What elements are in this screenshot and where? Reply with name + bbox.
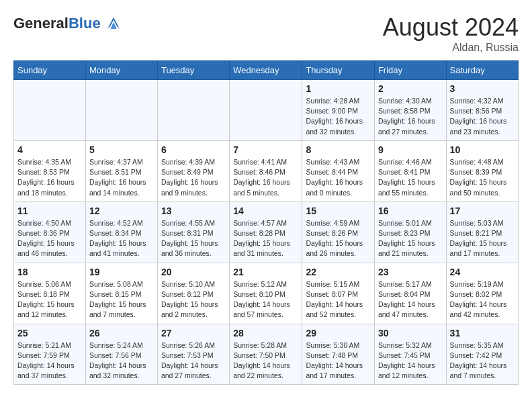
day-number: 1 (306, 83, 370, 94)
day-number: 6 (161, 144, 226, 155)
day-info: Sunrise: 4:55 AM Sunset: 8:31 PM Dayligh… (161, 218, 226, 259)
calendar-week-row: 4Sunrise: 4:35 AM Sunset: 8:53 PM Daylig… (14, 140, 519, 201)
calendar-week-row: 18Sunrise: 5:06 AM Sunset: 8:18 PM Dayli… (14, 263, 519, 324)
logo-text: GeneralBlue (13, 15, 101, 32)
day-number: 14 (233, 205, 298, 216)
calendar-cell: 25Sunrise: 5:21 AM Sunset: 7:59 PM Dayli… (14, 324, 86, 385)
weekday-header-tuesday: Tuesday (157, 61, 229, 80)
calendar-cell: 31Sunrise: 5:35 AM Sunset: 7:42 PM Dayli… (446, 324, 518, 385)
calendar-table: SundayMondayTuesdayWednesdayThursdayFrid… (13, 60, 519, 385)
calendar-cell: 4Sunrise: 4:35 AM Sunset: 8:53 PM Daylig… (14, 140, 86, 201)
calendar-cell: 6Sunrise: 4:39 AM Sunset: 8:49 PM Daylig… (157, 140, 229, 201)
calendar-cell: 14Sunrise: 4:57 AM Sunset: 8:28 PM Dayli… (230, 201, 302, 263)
day-info: Sunrise: 5:21 AM Sunset: 7:59 PM Dayligh… (17, 340, 82, 381)
location-text: Aldan, Russia (383, 42, 519, 54)
logo-icon (103, 13, 124, 34)
calendar-week-row: 11Sunrise: 4:50 AM Sunset: 8:36 PM Dayli… (14, 201, 519, 263)
calendar-cell: 22Sunrise: 5:15 AM Sunset: 8:07 PM Dayli… (302, 263, 374, 324)
calendar-cell: 30Sunrise: 5:32 AM Sunset: 7:45 PM Dayli… (374, 324, 446, 385)
day-info: Sunrise: 5:08 AM Sunset: 8:15 PM Dayligh… (89, 279, 154, 320)
day-info: Sunrise: 4:57 AM Sunset: 8:28 PM Dayligh… (233, 218, 298, 259)
title-block: August 2024 Aldan, Russia (383, 13, 519, 54)
day-info: Sunrise: 4:30 AM Sunset: 8:58 PM Dayligh… (378, 96, 443, 137)
month-year-title: August 2024 (383, 13, 519, 42)
calendar-cell: 9Sunrise: 4:46 AM Sunset: 8:41 PM Daylig… (374, 140, 446, 201)
day-number: 4 (17, 144, 82, 155)
day-number: 18 (17, 267, 82, 277)
day-number: 3 (450, 83, 515, 94)
day-number: 21 (233, 267, 298, 277)
day-info: Sunrise: 5:03 AM Sunset: 8:21 PM Dayligh… (450, 218, 515, 259)
calendar-cell (157, 80, 229, 141)
day-number: 5 (89, 144, 154, 155)
day-info: Sunrise: 4:48 AM Sunset: 8:39 PM Dayligh… (450, 157, 515, 198)
day-info: Sunrise: 5:17 AM Sunset: 8:04 PM Dayligh… (378, 279, 443, 320)
day-number: 30 (378, 328, 443, 338)
calendar-cell: 27Sunrise: 5:26 AM Sunset: 7:53 PM Dayli… (157, 324, 229, 385)
day-number: 8 (306, 144, 370, 155)
weekday-header-wednesday: Wednesday (230, 61, 302, 80)
day-info: Sunrise: 4:43 AM Sunset: 8:44 PM Dayligh… (306, 157, 370, 198)
day-number: 10 (450, 144, 515, 155)
day-info: Sunrise: 4:28 AM Sunset: 9:00 PM Dayligh… (306, 96, 370, 137)
weekday-header-thursday: Thursday (302, 61, 374, 80)
day-info: Sunrise: 5:15 AM Sunset: 8:07 PM Dayligh… (306, 279, 370, 320)
day-number: 15 (306, 205, 370, 216)
day-number: 24 (450, 267, 515, 277)
calendar-cell: 1Sunrise: 4:28 AM Sunset: 9:00 PM Daylig… (302, 80, 374, 141)
day-number: 31 (450, 328, 515, 338)
day-info: Sunrise: 4:37 AM Sunset: 8:51 PM Dayligh… (89, 157, 154, 198)
day-info: Sunrise: 5:24 AM Sunset: 7:56 PM Dayligh… (89, 340, 154, 381)
day-number: 12 (89, 205, 154, 216)
day-info: Sunrise: 5:26 AM Sunset: 7:53 PM Dayligh… (161, 340, 226, 381)
calendar-cell: 13Sunrise: 4:55 AM Sunset: 8:31 PM Dayli… (157, 201, 229, 263)
day-info: Sunrise: 4:39 AM Sunset: 8:49 PM Dayligh… (161, 157, 226, 198)
day-info: Sunrise: 4:52 AM Sunset: 8:34 PM Dayligh… (89, 218, 154, 259)
day-info: Sunrise: 5:35 AM Sunset: 7:42 PM Dayligh… (450, 340, 515, 381)
calendar-cell: 15Sunrise: 4:59 AM Sunset: 8:26 PM Dayli… (302, 201, 374, 263)
weekday-header-monday: Monday (85, 61, 157, 80)
calendar-week-row: 1Sunrise: 4:28 AM Sunset: 9:00 PM Daylig… (14, 80, 519, 141)
calendar-cell: 2Sunrise: 4:30 AM Sunset: 8:58 PM Daylig… (374, 80, 446, 141)
day-info: Sunrise: 4:41 AM Sunset: 8:46 PM Dayligh… (233, 157, 298, 198)
weekday-header-saturday: Saturday (446, 61, 518, 80)
calendar-cell: 7Sunrise: 4:41 AM Sunset: 8:46 PM Daylig… (230, 140, 302, 201)
day-number: 7 (233, 144, 298, 155)
day-info: Sunrise: 5:28 AM Sunset: 7:50 PM Dayligh… (233, 340, 298, 381)
weekday-header-sunday: Sunday (14, 61, 86, 80)
day-number: 23 (378, 267, 443, 277)
day-info: Sunrise: 4:35 AM Sunset: 8:53 PM Dayligh… (17, 157, 82, 198)
calendar-cell: 12Sunrise: 4:52 AM Sunset: 8:34 PM Dayli… (85, 201, 157, 263)
day-number: 27 (161, 328, 226, 338)
day-info: Sunrise: 4:59 AM Sunset: 8:26 PM Dayligh… (306, 218, 370, 259)
day-number: 20 (161, 267, 226, 277)
day-number: 28 (233, 328, 298, 338)
day-info: Sunrise: 5:32 AM Sunset: 7:45 PM Dayligh… (378, 340, 443, 381)
calendar-cell: 8Sunrise: 4:43 AM Sunset: 8:44 PM Daylig… (302, 140, 374, 201)
calendar-cell: 20Sunrise: 5:10 AM Sunset: 8:12 PM Dayli… (157, 263, 229, 324)
calendar-cell (230, 80, 302, 141)
day-number: 17 (450, 205, 515, 216)
calendar-cell: 28Sunrise: 5:28 AM Sunset: 7:50 PM Dayli… (230, 324, 302, 385)
calendar-cell: 10Sunrise: 4:48 AM Sunset: 8:39 PM Dayli… (446, 140, 518, 201)
day-number: 11 (17, 205, 82, 216)
day-info: Sunrise: 5:30 AM Sunset: 7:48 PM Dayligh… (306, 340, 370, 381)
day-number: 26 (89, 328, 154, 338)
calendar-cell: 18Sunrise: 5:06 AM Sunset: 8:18 PM Dayli… (14, 263, 86, 324)
calendar-cell: 11Sunrise: 4:50 AM Sunset: 8:36 PM Dayli… (14, 201, 86, 263)
day-number: 22 (306, 267, 370, 277)
calendar-cell: 26Sunrise: 5:24 AM Sunset: 7:56 PM Dayli… (85, 324, 157, 385)
weekday-header-friday: Friday (374, 61, 446, 80)
calendar-cell: 17Sunrise: 5:03 AM Sunset: 8:21 PM Dayli… (446, 201, 518, 263)
day-info: Sunrise: 4:32 AM Sunset: 8:56 PM Dayligh… (450, 96, 515, 137)
calendar-cell: 3Sunrise: 4:32 AM Sunset: 8:56 PM Daylig… (446, 80, 518, 141)
calendar-cell: 19Sunrise: 5:08 AM Sunset: 8:15 PM Dayli… (85, 263, 157, 324)
weekday-header-row: SundayMondayTuesdayWednesdayThursdayFrid… (14, 61, 519, 80)
day-number: 9 (378, 144, 443, 155)
day-info: Sunrise: 5:01 AM Sunset: 8:23 PM Dayligh… (378, 218, 443, 259)
calendar-cell: 24Sunrise: 5:19 AM Sunset: 8:02 PM Dayli… (446, 263, 518, 324)
calendar-cell: 21Sunrise: 5:12 AM Sunset: 8:10 PM Dayli… (230, 263, 302, 324)
day-info: Sunrise: 5:06 AM Sunset: 8:18 PM Dayligh… (17, 279, 82, 320)
day-info: Sunrise: 5:10 AM Sunset: 8:12 PM Dayligh… (161, 279, 226, 320)
logo: GeneralBlue (13, 13, 124, 34)
